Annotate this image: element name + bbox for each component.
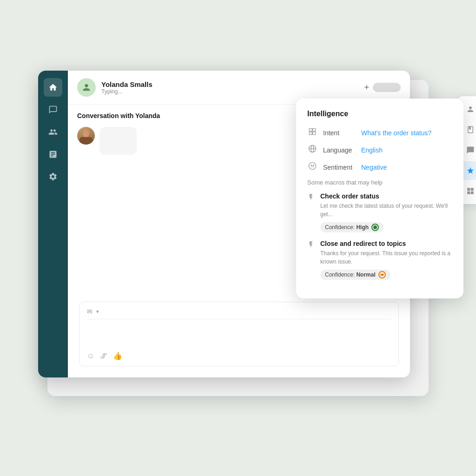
sentiment-icon <box>307 162 317 172</box>
svg-point-10 <box>309 163 316 170</box>
header-actions: + <box>364 83 401 93</box>
svg-rect-4 <box>313 128 316 131</box>
like-icon[interactable]: 👍 <box>113 351 122 360</box>
sentiment-row: Sentiment Negative <box>307 162 452 172</box>
email-icon[interactable]: ✉ <box>87 308 93 315</box>
macro-bolt-icon-2 <box>307 241 315 280</box>
contact-name: Yolanda Smalls <box>101 80 358 88</box>
macro-desc-2: Thanks for your request. This issue you … <box>320 249 452 266</box>
intent-label: Intent <box>323 129 356 137</box>
contact-avatar <box>77 78 96 97</box>
macro-item-check-order[interactable]: Check order status Let me check the late… <box>307 192 452 232</box>
svg-rect-5 <box>309 132 312 135</box>
sidebar <box>38 71 68 377</box>
emoji-icon[interactable]: ☺ <box>87 352 94 360</box>
confidence-badge-2: Confidence: Normal <box>320 270 390 280</box>
intent-icon <box>307 127 317 138</box>
macro-desc-1: Let me check the latest status of your r… <box>320 202 452 218</box>
sidebar-item-contacts[interactable] <box>44 123 62 141</box>
svg-rect-3 <box>309 128 312 131</box>
message-bubble <box>99 127 137 155</box>
add-button[interactable]: + <box>364 83 369 93</box>
compose-input[interactable] <box>87 323 391 349</box>
svg-point-12 <box>313 165 314 166</box>
svg-point-0 <box>83 130 89 137</box>
intent-row: Intent What's the order status? <box>307 127 452 138</box>
intelligence-title: Intelligence <box>307 110 452 118</box>
macro-title-1: Check order status <box>320 192 452 200</box>
language-row: Language English <box>307 145 452 155</box>
macros-label: Some macros that may help <box>307 179 452 186</box>
language-icon <box>307 145 317 155</box>
sidebar-item-chat[interactable] <box>44 100 62 119</box>
contact-info: Yolanda Smalls Typing... <box>101 80 358 95</box>
confidence-label-2: Confidence: Normal <box>325 271 376 278</box>
dropdown-chevron-icon[interactable]: ▾ <box>96 309 99 315</box>
sidebar-item-home[interactable] <box>44 78 62 97</box>
confidence-badge-1: Confidence: High <box>320 222 383 232</box>
sidebar-item-settings[interactable] <box>44 167 62 186</box>
confidence-dot-high <box>371 224 379 231</box>
language-label: Language <box>323 146 356 154</box>
compose-toolbar: ✉ ▾ <box>87 308 391 319</box>
sidebar-item-reports[interactable] <box>44 145 62 164</box>
status-pill <box>373 83 401 92</box>
svg-point-11 <box>311 165 312 166</box>
language-value: English <box>361 146 383 154</box>
svg-rect-6 <box>313 132 316 135</box>
compose-actions: ☺ 🖇 👍 <box>87 349 391 360</box>
macro-title-2: Close and redirect to topics <box>320 240 452 247</box>
compose-area: ✉ ▾ ☺ 🖇 👍 <box>79 302 399 366</box>
intelligence-panel: Intelligence Intent What's the order sta… <box>296 99 463 298</box>
macro-content-2: Close and redirect to topics Thanks for … <box>320 240 452 280</box>
message-avatar <box>77 127 95 145</box>
sentiment-value: Negative <box>361 164 387 171</box>
confidence-dot-normal <box>378 271 386 278</box>
attach-icon[interactable]: 🖇 <box>100 352 107 360</box>
macro-content-1: Check order status Let me check the late… <box>320 192 452 232</box>
contact-status: Typing... <box>101 88 358 95</box>
sentiment-label: Sentiment <box>323 164 356 171</box>
intent-value: What's the order status? <box>361 129 431 137</box>
macro-bolt-icon-1 <box>307 193 315 232</box>
macro-item-close-redirect[interactable]: Close and redirect to topics Thanks for … <box>307 240 452 280</box>
confidence-label-1: Confidence: High <box>325 224 369 231</box>
svg-rect-2 <box>79 137 93 145</box>
